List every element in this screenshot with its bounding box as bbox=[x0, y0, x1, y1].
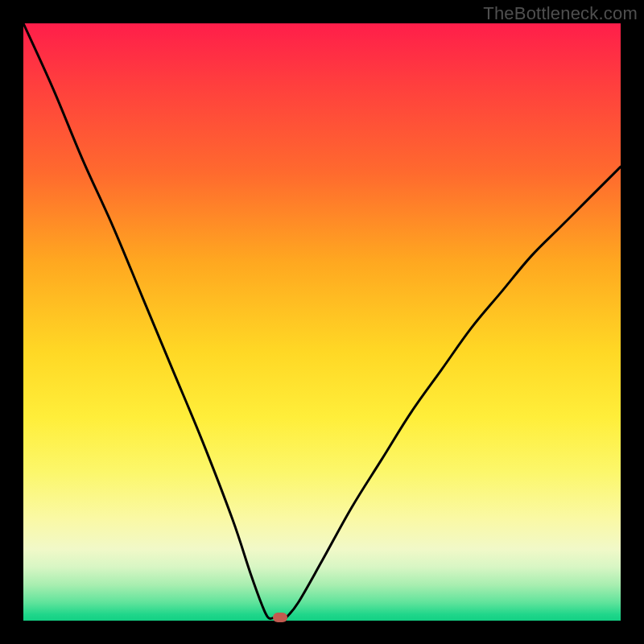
curve-left bbox=[23, 23, 275, 618]
plot-area bbox=[23, 23, 621, 621]
curve-right bbox=[286, 167, 621, 617]
optimum-marker bbox=[273, 613, 287, 622]
bottleneck-curve bbox=[23, 23, 621, 621]
attribution-label: TheBottleneck.com bbox=[483, 3, 638, 24]
